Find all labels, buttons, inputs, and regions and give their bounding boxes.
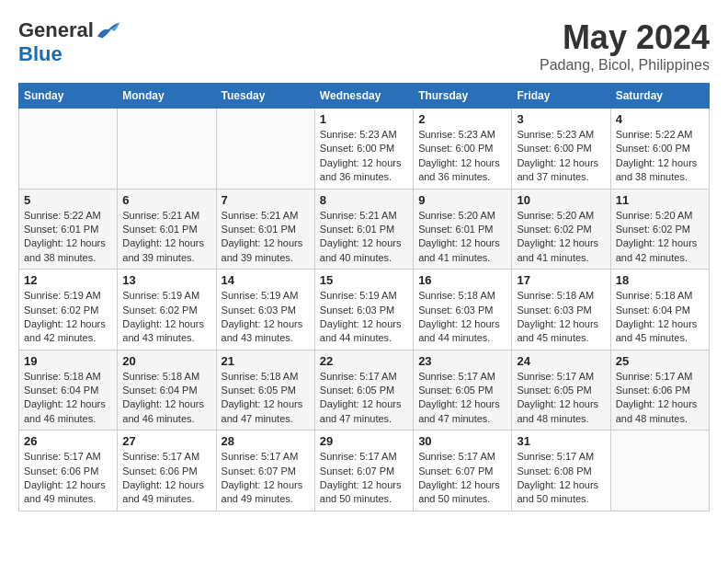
day-info: Sunrise: 5:18 AM Sunset: 6:04 PM Dayligh… bbox=[24, 370, 112, 427]
day-number: 16 bbox=[418, 273, 506, 287]
day-info: Sunrise: 5:18 AM Sunset: 6:03 PM Dayligh… bbox=[418, 289, 506, 346]
calendar-cell: 25Sunrise: 5:17 AM Sunset: 6:06 PM Dayli… bbox=[610, 350, 709, 431]
day-info: Sunrise: 5:17 AM Sunset: 6:06 PM Dayligh… bbox=[616, 370, 704, 427]
day-info: Sunrise: 5:17 AM Sunset: 6:07 PM Dayligh… bbox=[222, 450, 310, 507]
day-info: Sunrise: 5:20 AM Sunset: 6:02 PM Dayligh… bbox=[517, 209, 605, 266]
day-info: Sunrise: 5:19 AM Sunset: 6:02 PM Dayligh… bbox=[24, 289, 112, 346]
day-number: 19 bbox=[24, 354, 112, 368]
day-number: 30 bbox=[418, 434, 506, 448]
day-info: Sunrise: 5:18 AM Sunset: 6:04 PM Dayligh… bbox=[616, 289, 704, 346]
day-info: Sunrise: 5:17 AM Sunset: 6:05 PM Dayligh… bbox=[320, 370, 408, 427]
title-section: May 2024 Padang, Bicol, Philippines bbox=[540, 18, 710, 74]
day-info: Sunrise: 5:20 AM Sunset: 6:01 PM Dayligh… bbox=[418, 209, 506, 266]
col-header-saturday: Saturday bbox=[610, 84, 709, 109]
day-info: Sunrise: 5:21 AM Sunset: 6:01 PM Dayligh… bbox=[222, 209, 310, 266]
day-info: Sunrise: 5:19 AM Sunset: 6:03 PM Dayligh… bbox=[320, 289, 408, 346]
day-number: 29 bbox=[320, 434, 408, 448]
calendar-cell: 30Sunrise: 5:17 AM Sunset: 6:07 PM Dayli… bbox=[414, 431, 512, 511]
calendar-cell: 6Sunrise: 5:21 AM Sunset: 6:01 PM Daylig… bbox=[118, 189, 216, 270]
day-number: 26 bbox=[24, 434, 112, 448]
page-header: General Blue May 2024 Padang, Bicol, Phi… bbox=[18, 18, 710, 74]
col-header-sunday: Sunday bbox=[19, 84, 118, 109]
calendar-cell: 2Sunrise: 5:23 AM Sunset: 6:00 PM Daylig… bbox=[414, 109, 512, 190]
day-number: 8 bbox=[320, 193, 408, 207]
day-number: 20 bbox=[122, 354, 210, 368]
calendar-week-row: 19Sunrise: 5:18 AM Sunset: 6:04 PM Dayli… bbox=[19, 350, 710, 431]
col-header-thursday: Thursday bbox=[414, 84, 512, 109]
day-number: 15 bbox=[320, 273, 408, 287]
day-number: 7 bbox=[222, 193, 310, 207]
calendar-cell: 31Sunrise: 5:17 AM Sunset: 6:08 PM Dayli… bbox=[512, 431, 610, 511]
col-header-friday: Friday bbox=[512, 84, 610, 109]
day-info: Sunrise: 5:17 AM Sunset: 6:07 PM Dayligh… bbox=[418, 450, 506, 507]
day-info: Sunrise: 5:23 AM Sunset: 6:00 PM Dayligh… bbox=[418, 128, 506, 185]
day-number: 14 bbox=[222, 273, 310, 287]
calendar-week-row: 1Sunrise: 5:23 AM Sunset: 6:00 PM Daylig… bbox=[19, 109, 710, 190]
day-info: Sunrise: 5:17 AM Sunset: 6:05 PM Dayligh… bbox=[517, 370, 605, 427]
day-info: Sunrise: 5:22 AM Sunset: 6:01 PM Dayligh… bbox=[24, 209, 112, 266]
calendar-cell: 15Sunrise: 5:19 AM Sunset: 6:03 PM Dayli… bbox=[314, 270, 413, 350]
day-info: Sunrise: 5:23 AM Sunset: 6:00 PM Dayligh… bbox=[517, 128, 605, 185]
day-number: 13 bbox=[122, 273, 210, 287]
calendar-cell: 28Sunrise: 5:17 AM Sunset: 6:07 PM Dayli… bbox=[216, 431, 314, 511]
calendar-cell: 17Sunrise: 5:18 AM Sunset: 6:03 PM Dayli… bbox=[512, 270, 610, 350]
calendar-cell: 3Sunrise: 5:23 AM Sunset: 6:00 PM Daylig… bbox=[512, 109, 610, 190]
page-subtitle: Padang, Bicol, Philippines bbox=[540, 57, 710, 74]
calendar-cell: 12Sunrise: 5:19 AM Sunset: 6:02 PM Dayli… bbox=[19, 270, 118, 350]
calendar-week-row: 26Sunrise: 5:17 AM Sunset: 6:06 PM Dayli… bbox=[19, 431, 710, 511]
day-number: 31 bbox=[517, 434, 605, 448]
day-number: 28 bbox=[222, 434, 310, 448]
day-info: Sunrise: 5:22 AM Sunset: 6:00 PM Dayligh… bbox=[616, 128, 704, 185]
day-info: Sunrise: 5:18 AM Sunset: 6:05 PM Dayligh… bbox=[222, 370, 310, 427]
day-number: 25 bbox=[616, 354, 704, 368]
day-number: 24 bbox=[517, 354, 605, 368]
calendar-cell: 8Sunrise: 5:21 AM Sunset: 6:01 PM Daylig… bbox=[314, 189, 413, 270]
calendar-cell: 10Sunrise: 5:20 AM Sunset: 6:02 PM Dayli… bbox=[512, 189, 610, 270]
day-number: 27 bbox=[122, 434, 210, 448]
logo-bird-icon bbox=[96, 20, 121, 40]
day-number: 12 bbox=[24, 273, 112, 287]
day-info: Sunrise: 5:17 AM Sunset: 6:07 PM Dayligh… bbox=[320, 450, 408, 507]
calendar-cell: 11Sunrise: 5:20 AM Sunset: 6:02 PM Dayli… bbox=[610, 189, 709, 270]
day-info: Sunrise: 5:18 AM Sunset: 6:04 PM Dayligh… bbox=[122, 370, 210, 427]
calendar-cell bbox=[19, 109, 118, 190]
calendar-cell bbox=[216, 109, 314, 190]
calendar-cell: 9Sunrise: 5:20 AM Sunset: 6:01 PM Daylig… bbox=[414, 189, 512, 270]
calendar-cell: 1Sunrise: 5:23 AM Sunset: 6:00 PM Daylig… bbox=[314, 109, 413, 190]
day-number: 10 bbox=[517, 193, 605, 207]
calendar-table: SundayMondayTuesdayWednesdayThursdayFrid… bbox=[18, 83, 710, 511]
calendar-cell: 16Sunrise: 5:18 AM Sunset: 6:03 PM Dayli… bbox=[414, 270, 512, 350]
calendar-cell: 20Sunrise: 5:18 AM Sunset: 6:04 PM Dayli… bbox=[118, 350, 216, 431]
calendar-week-row: 5Sunrise: 5:22 AM Sunset: 6:01 PM Daylig… bbox=[19, 189, 710, 270]
calendar-cell: 18Sunrise: 5:18 AM Sunset: 6:04 PM Dayli… bbox=[610, 270, 709, 350]
day-number: 18 bbox=[616, 273, 704, 287]
day-number: 9 bbox=[418, 193, 506, 207]
calendar-cell: 26Sunrise: 5:17 AM Sunset: 6:06 PM Dayli… bbox=[19, 431, 118, 511]
col-header-tuesday: Tuesday bbox=[216, 84, 314, 109]
calendar-cell: 21Sunrise: 5:18 AM Sunset: 6:05 PM Dayli… bbox=[216, 350, 314, 431]
day-number: 5 bbox=[24, 193, 112, 207]
day-info: Sunrise: 5:17 AM Sunset: 6:05 PM Dayligh… bbox=[418, 370, 506, 427]
logo-general: General bbox=[18, 18, 94, 42]
day-info: Sunrise: 5:19 AM Sunset: 6:02 PM Dayligh… bbox=[122, 289, 210, 346]
day-info: Sunrise: 5:20 AM Sunset: 6:02 PM Dayligh… bbox=[616, 209, 704, 266]
logo-blue-text: Blue bbox=[18, 42, 63, 66]
calendar-cell bbox=[118, 109, 216, 190]
day-number: 23 bbox=[418, 354, 506, 368]
page-title: May 2024 bbox=[540, 18, 710, 57]
day-number: 11 bbox=[616, 193, 704, 207]
day-info: Sunrise: 5:21 AM Sunset: 6:01 PM Dayligh… bbox=[122, 209, 210, 266]
col-header-wednesday: Wednesday bbox=[314, 84, 413, 109]
calendar-cell: 5Sunrise: 5:22 AM Sunset: 6:01 PM Daylig… bbox=[19, 189, 118, 270]
day-number: 6 bbox=[122, 193, 210, 207]
day-number: 4 bbox=[616, 112, 704, 126]
day-info: Sunrise: 5:17 AM Sunset: 6:08 PM Dayligh… bbox=[517, 450, 605, 507]
day-info: Sunrise: 5:21 AM Sunset: 6:01 PM Dayligh… bbox=[320, 209, 408, 266]
calendar-cell: 22Sunrise: 5:17 AM Sunset: 6:05 PM Dayli… bbox=[314, 350, 413, 431]
logo: General Blue bbox=[18, 18, 121, 66]
calendar-cell bbox=[610, 431, 709, 511]
day-number: 1 bbox=[320, 112, 408, 126]
day-info: Sunrise: 5:19 AM Sunset: 6:03 PM Dayligh… bbox=[222, 289, 310, 346]
day-info: Sunrise: 5:18 AM Sunset: 6:03 PM Dayligh… bbox=[517, 289, 605, 346]
day-number: 3 bbox=[517, 112, 605, 126]
